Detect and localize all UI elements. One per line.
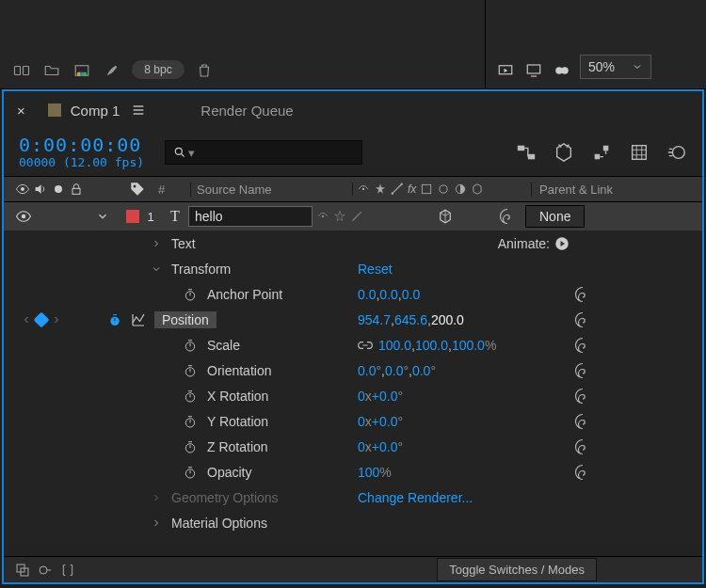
orient-z[interactable]: 0.0 xyxy=(412,363,430,378)
timecode-main[interactable]: 0:00:00:00 xyxy=(19,135,144,156)
stopwatch-icon[interactable] xyxy=(183,363,198,378)
yrot-deg[interactable]: +0.0 xyxy=(372,414,398,429)
zoom-dropdown[interactable]: 50% xyxy=(580,55,651,79)
prop-label: Y Rotation xyxy=(207,414,268,429)
zrot-turns[interactable]: 0 xyxy=(358,439,365,454)
yrot-turns[interactable]: 0 xyxy=(358,414,365,429)
pickwhip-icon[interactable] xyxy=(499,208,516,225)
stopwatch-icon[interactable] xyxy=(183,465,198,480)
motion-blur-icon[interactable] xyxy=(666,142,687,163)
position-y[interactable]: 645.6 xyxy=(394,312,427,327)
layer-stack-icon[interactable] xyxy=(15,563,30,578)
stopwatch-active-icon[interactable] xyxy=(107,312,122,327)
pickwhip-icon[interactable] xyxy=(574,388,591,405)
bracket-icon[interactable] xyxy=(60,563,75,578)
anchor-x[interactable]: 0.0 xyxy=(358,287,376,302)
shy-switch-icon[interactable] xyxy=(316,210,329,223)
shy-icon[interactable] xyxy=(591,142,612,163)
xrot-turns[interactable]: 0 xyxy=(358,389,365,404)
constrain-link-icon[interactable] xyxy=(358,338,373,353)
timecode-display[interactable]: 0:00:00:00 00000 (12.00 fps) xyxy=(19,135,144,170)
pickwhip-icon[interactable] xyxy=(574,286,591,303)
monitor-icon[interactable] xyxy=(523,62,544,79)
index-column-header[interactable]: # xyxy=(154,183,190,197)
shy-switch-icon xyxy=(357,183,370,196)
new-comp-icon[interactable] xyxy=(72,62,92,79)
switches-column-header[interactable]: fx xyxy=(352,183,531,196)
eye-icon[interactable] xyxy=(15,208,32,225)
stopwatch-icon[interactable] xyxy=(183,414,198,429)
folder-icon[interactable] xyxy=(41,62,62,79)
pickwhip-icon[interactable] xyxy=(574,464,591,481)
prev-key-icon[interactable] xyxy=(21,314,32,326)
prop-group-transform[interactable]: Transform Reset xyxy=(4,256,702,281)
keyframe-navigator[interactable] xyxy=(4,314,79,326)
xrot-deg[interactable]: +0.0 xyxy=(372,389,398,404)
av-column-header[interactable] xyxy=(4,182,120,197)
layer-name-input[interactable] xyxy=(188,206,313,227)
mask-icon[interactable] xyxy=(552,62,572,79)
3d-switch-icon[interactable] xyxy=(437,208,454,225)
orient-y[interactable]: 0.0 xyxy=(385,363,403,378)
keyframe-diamond-icon[interactable] xyxy=(34,311,50,327)
reset-link[interactable]: Reset xyxy=(358,262,393,277)
star-switch-icon[interactable] xyxy=(333,210,346,223)
pickwhip-icon[interactable] xyxy=(574,337,591,354)
pickwhip-icon[interactable] xyxy=(574,413,591,430)
stopwatch-icon[interactable] xyxy=(183,338,198,353)
comp-mini-flow-icon[interactable] xyxy=(516,142,537,163)
chevron-right-icon[interactable] xyxy=(151,517,162,529)
brush-icon[interactable] xyxy=(102,62,122,79)
opacity-val[interactable]: 100 xyxy=(358,465,379,480)
panel-menu-icon[interactable] xyxy=(131,103,146,118)
quality-switch-icon[interactable] xyxy=(350,210,363,223)
frame-blend-icon[interactable] xyxy=(629,142,650,163)
source-column-header[interactable]: Source Name xyxy=(190,183,352,197)
search-icon xyxy=(173,146,186,159)
stopwatch-icon[interactable] xyxy=(183,439,198,454)
position-z[interactable]: 200.0 xyxy=(431,312,464,327)
svg-point-25 xyxy=(21,187,24,191)
pickwhip-icon[interactable] xyxy=(574,362,591,379)
zrot-deg[interactable]: +0.0 xyxy=(372,439,398,454)
layer-color-swatch[interactable] xyxy=(126,210,139,223)
anchor-z[interactable]: 0.0 xyxy=(402,287,420,302)
parent-dropdown[interactable]: None xyxy=(525,205,585,228)
position-x[interactable]: 954.7 xyxy=(358,312,391,327)
label-column-header[interactable] xyxy=(120,181,154,198)
flow-icon[interactable] xyxy=(11,62,32,79)
twirl-down-icon[interactable] xyxy=(96,210,109,223)
scale-x[interactable]: 100.0 xyxy=(378,338,411,353)
stopwatch-icon[interactable] xyxy=(183,389,198,404)
prop-group-material[interactable]: Material Options xyxy=(4,510,702,535)
layer-row[interactable]: 1 T None xyxy=(4,202,702,230)
scale-z[interactable]: 100.0 xyxy=(452,338,485,353)
render-time-icon[interactable] xyxy=(38,563,53,578)
draft3d-icon[interactable] xyxy=(554,142,574,163)
prop-group-text[interactable]: Text Animate: xyxy=(4,230,702,256)
prop-label: Scale xyxy=(207,338,240,353)
layer-search-input[interactable]: ▾ xyxy=(165,140,362,165)
next-key-icon[interactable] xyxy=(51,314,62,326)
change-renderer-link[interactable]: Change Renderer... xyxy=(358,490,473,505)
group-transform-label: Transform xyxy=(171,262,231,277)
pickwhip-icon[interactable] xyxy=(574,438,591,455)
pickwhip-icon[interactable] xyxy=(574,311,591,328)
bpc-indicator[interactable]: 8 bpc xyxy=(132,60,185,79)
toggle-switches-button[interactable]: Toggle Switches / Modes xyxy=(437,558,597,581)
trash-icon[interactable] xyxy=(194,62,215,79)
parent-column-header[interactable]: Parent & Link xyxy=(531,183,702,197)
chevron-right-icon[interactable] xyxy=(151,238,162,249)
chevron-down-icon[interactable] xyxy=(151,263,162,275)
anchor-y[interactable]: 0.0 xyxy=(379,287,397,302)
stopwatch-icon[interactable] xyxy=(183,287,198,302)
orient-x[interactable]: 0.0 xyxy=(358,363,376,378)
graph-icon[interactable] xyxy=(130,311,147,328)
animate-add-icon[interactable] xyxy=(554,235,570,252)
tab-comp[interactable]: Comp 1 xyxy=(39,103,156,119)
svg-point-28 xyxy=(134,185,136,188)
scale-y[interactable]: 100.0 xyxy=(415,338,448,353)
preview-icon[interactable] xyxy=(495,62,516,79)
tab-render-queue[interactable]: Render Queue xyxy=(155,103,317,119)
close-panel-button[interactable]: × xyxy=(4,103,39,119)
